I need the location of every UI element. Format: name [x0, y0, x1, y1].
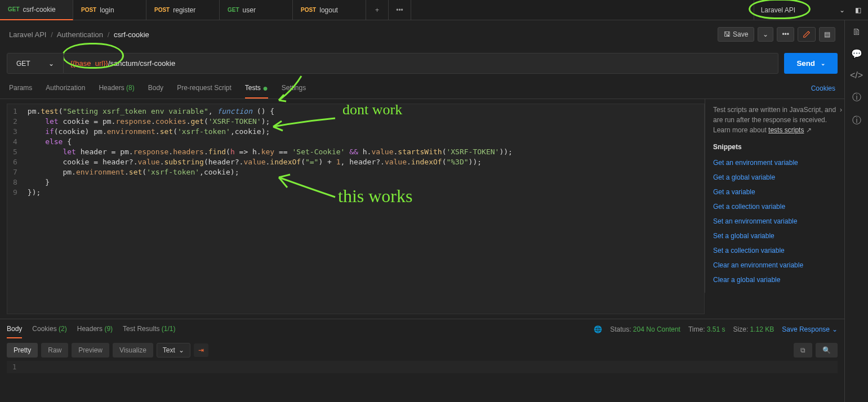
resp-tab-cookies[interactable]: Cookies (2) [32, 320, 66, 338]
format-dropdown[interactable]: Text ⌄ [157, 343, 190, 358]
snippet-set-global-var[interactable]: Set a global variable [713, 229, 836, 243]
environment-quick-look-icon[interactable]: ◧ [855, 6, 861, 14]
globe-icon[interactable]: 🌐 [594, 325, 602, 333]
external-link-icon: ↗ [806, 126, 812, 134]
add-tab-button[interactable]: + [366, 0, 389, 20]
breadcrumb: Laravel API / Authentication / csrf-cook… [9, 30, 149, 39]
resp-headers-count: (9) [104, 325, 113, 333]
layout-button[interactable]: ▤ [819, 27, 835, 42]
send-label: Send [796, 59, 815, 68]
format-value: Text [163, 346, 175, 354]
tab-logout[interactable]: POST logout [293, 0, 366, 20]
method-badge: POST [301, 7, 316, 13]
comments-icon[interactable]: 💬 [851, 48, 862, 59]
chevron-down-icon: ⌄ [839, 6, 845, 14]
tab-settings[interactable]: Settings [282, 78, 306, 99]
tab-headers[interactable]: Headers (8) [99, 78, 134, 99]
tab-prerequest[interactable]: Pre-request Script [177, 78, 232, 99]
view-pretty[interactable]: Pretty [7, 343, 38, 358]
edit-button[interactable] [798, 27, 816, 42]
save-response-label: Save Response [782, 325, 830, 333]
size-label: Size: [733, 325, 749, 333]
breadcrumb-separator: / [51, 30, 53, 39]
right-sidebar: 🗎 💬 </> ⓘ ⓘ [844, 20, 868, 402]
snippet-get-collection-var[interactable]: Get a collection variable [713, 199, 836, 214]
tab-body[interactable]: Body [148, 78, 163, 99]
lightbulb-icon[interactable]: ⓘ [852, 92, 861, 104]
snippet-get-env-var[interactable]: Get an environment variable [713, 155, 836, 170]
request-tabs: Params Authorization Headers (8) Body Pr… [0, 78, 844, 99]
method-value: GET [16, 60, 30, 68]
tab-user[interactable]: GET user [220, 0, 293, 20]
snippet-set-collection-var[interactable]: Set a collection variable [713, 243, 836, 258]
tab-label: login [100, 6, 114, 14]
editor-area: 123456789 pm.test("Setting xsrf_token en… [0, 99, 844, 319]
documentation-icon[interactable]: 🗎 [852, 27, 861, 37]
tests-scripts-link[interactable]: tests scripts [768, 126, 804, 134]
response-line-number: 1 [7, 363, 22, 371]
breadcrumb-folder[interactable]: Authentication [57, 30, 103, 39]
method-badge: POST [81, 7, 96, 13]
expand-sidebar-icon[interactable]: › [838, 104, 844, 116]
headers-count: (8) [126, 84, 135, 92]
breadcrumb-separator: / [108, 30, 110, 39]
tab-csrf-cookie[interactable]: GET csrf-cookie [0, 0, 73, 20]
save-button[interactable]: 🖫 Save [718, 27, 754, 42]
method-badge: GET [8, 6, 20, 12]
more-actions-button[interactable]: ••• [777, 27, 794, 42]
snippet-get-global-var[interactable]: Get a global variable [713, 170, 836, 185]
breadcrumb-actions: 🖫 Save ⌄ ••• ▤ [718, 27, 835, 42]
chevron-down-icon: ⌄ [821, 60, 825, 66]
breadcrumb-current: csrf-cookie [114, 30, 149, 39]
resp-tab-body[interactable]: Body [7, 320, 22, 338]
tab-label: user [243, 6, 256, 14]
url-variable: {{base_url}} [70, 59, 108, 68]
send-button[interactable]: Send ⌄ [784, 53, 838, 74]
line-gutter: 123456789 [7, 104, 23, 314]
code-content[interactable]: pm.test("Setting xsrf_token env vairable… [23, 104, 517, 314]
snippet-clear-env-var[interactable]: Clear an environment variable [713, 258, 836, 273]
tabs-more-button[interactable]: ••• [389, 0, 411, 20]
view-raw[interactable]: Raw [41, 343, 68, 358]
snippet-set-env-var[interactable]: Set an environment variable [713, 214, 836, 229]
tab-params[interactable]: Params [9, 78, 32, 99]
tab-register[interactable]: POST register [146, 0, 220, 20]
wrap-lines-icon[interactable]: ⇥ [194, 343, 208, 357]
environment-selector[interactable]: Laravel API ⌄ ◧ [754, 0, 868, 20]
save-response-button[interactable]: Save Response ⌄ [782, 325, 838, 333]
save-label: Save [733, 30, 748, 38]
snippet-clear-global-var[interactable]: Clear a global variable [713, 273, 836, 287]
method-badge: GET [228, 7, 239, 13]
tab-label: register [173, 6, 195, 14]
save-dropdown-button[interactable]: ⌄ [758, 27, 773, 42]
status-label: Status: [610, 325, 631, 333]
info-icon[interactable]: ⓘ [852, 115, 861, 127]
url-row: GET ⌄ {{base_url}}/sanctum/csrf-cookie S… [0, 48, 844, 78]
view-preview[interactable]: Preview [72, 343, 109, 358]
tab-tests[interactable]: Tests ● [245, 78, 268, 99]
resp-tab-headers[interactable]: Headers (9) [77, 320, 113, 338]
url-input[interactable]: {{base_url}}/sanctum/csrf-cookie [64, 53, 779, 74]
code-editor[interactable]: 123456789 pm.test("Setting xsrf_token en… [7, 104, 705, 314]
response-status: 🌐 Status: 204 No Content Time: 3.51 s Si… [594, 325, 838, 333]
method-badge: POST [154, 7, 170, 13]
breadcrumb-root[interactable]: Laravel API [9, 30, 47, 39]
resp-test-results-count: (1/1) [162, 325, 176, 333]
code-icon[interactable]: </> [850, 70, 863, 81]
response-pane: Body Cookies (2) Headers (9) Test Result… [0, 319, 844, 373]
cookies-link[interactable]: Cookies [811, 79, 835, 98]
top-tabs-bar: GET csrf-cookie POST login POST register… [0, 0, 868, 20]
response-body[interactable]: 1 [7, 361, 838, 373]
snippet-get-var[interactable]: Get a variable [713, 185, 836, 199]
tab-authorization[interactable]: Authorization [46, 78, 85, 99]
tab-label: logout [319, 6, 338, 14]
tab-label: csrf-cookie [23, 6, 56, 14]
resp-tab-test-results[interactable]: Test Results (1/1) [123, 320, 175, 338]
resp-cookies-count: (2) [59, 325, 67, 333]
copy-response-icon[interactable]: ⧉ [794, 343, 812, 358]
search-response-icon[interactable]: 🔍 [816, 343, 838, 358]
tab-login[interactable]: POST login [73, 0, 146, 20]
method-selector[interactable]: GET ⌄ [7, 53, 64, 74]
breadcrumb-row: Laravel API / Authentication / csrf-cook… [0, 20, 844, 48]
view-visualize[interactable]: Visualize [113, 343, 153, 358]
